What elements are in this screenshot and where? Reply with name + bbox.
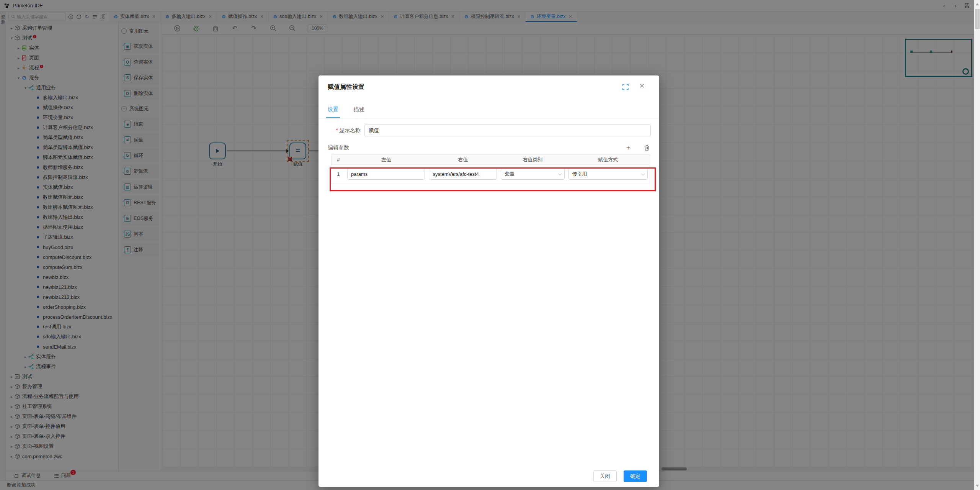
right-value-input[interactable]	[429, 168, 497, 180]
column-header: 右值类别	[499, 155, 567, 164]
primeton-ide-window: Primeton-IDE ‹ › 资源 AI↻文 ⚙ 实体赋值.bizx ✕ ⚙…	[0, 0, 980, 490]
close-button[interactable]: 关闭	[593, 470, 617, 482]
browser-vertical-scrollbar[interactable]	[974, 0, 980, 490]
params-table-header: #左值右值右值类别赋值方式	[332, 155, 650, 165]
scroll-down-icon[interactable]	[976, 485, 979, 487]
params-table-row: 1 变量 传引用	[332, 165, 650, 184]
dialog-tabs: 设置描述	[328, 106, 364, 118]
column-header: 赋值方式	[567, 155, 650, 164]
edit-params-header: 编辑参数 +	[328, 144, 650, 151]
display-name-row: *显示名称	[318, 125, 659, 137]
assign-properties-dialog: 赋值属性设置 ✕ 设置描述 *显示名称 编辑参数 + #左值右值右值类别赋值方式…	[318, 75, 659, 487]
params-table: #左值右值右值类别赋值方式 1 变量 传引用	[331, 154, 650, 184]
delete-row-icon[interactable]	[643, 144, 650, 151]
dialog-tab-1[interactable]: 描述	[354, 106, 364, 118]
column-header: 右值	[427, 155, 499, 164]
dialog-footer: 关闭 确定	[318, 465, 659, 487]
edit-params-title: 编辑参数	[328, 144, 349, 151]
fullscreen-icon[interactable]	[622, 84, 629, 90]
dialog-tab-0[interactable]: 设置	[328, 106, 338, 118]
display-name-label: *显示名称	[318, 127, 361, 134]
chevron-down-icon	[641, 172, 645, 175]
ok-button[interactable]: 确定	[624, 470, 647, 482]
scroll-up-icon[interactable]	[976, 3, 979, 5]
dialog-tabs-divider	[318, 118, 659, 119]
close-icon[interactable]: ✕	[638, 82, 646, 90]
dialog-title: 赋值属性设置	[328, 83, 364, 91]
chevron-down-icon	[558, 172, 562, 175]
display-name-input[interactable]	[364, 125, 651, 136]
assign-mode-select[interactable]: 传引用	[568, 168, 648, 180]
vscroll-thumb[interactable]	[975, 9, 980, 29]
column-header: #	[332, 155, 345, 164]
row-index: 1	[332, 165, 345, 183]
left-value-input[interactable]	[347, 168, 425, 180]
add-row-icon[interactable]: +	[625, 144, 632, 151]
required-asterisk: *	[336, 127, 338, 133]
right-type-select[interactable]: 变量	[501, 168, 565, 180]
column-header: 左值	[345, 155, 427, 164]
